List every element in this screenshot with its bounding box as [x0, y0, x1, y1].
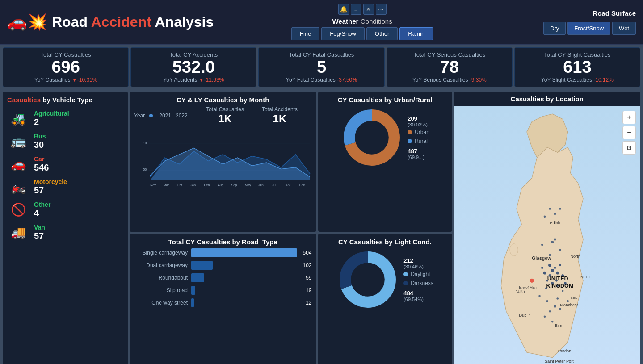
urban-rural-donut-area: 209 (30.03%) Urban Rural — [323, 106, 448, 169]
vehicle-item-bus: 🚌 Bus 30 — [7, 131, 123, 152]
svg-text:BEL: BEL — [570, 295, 577, 299]
svg-text:May: May — [245, 183, 251, 187]
right-panels: CY Casualties by Urban/Rural 209 — [318, 92, 452, 364]
svg-text:Sep: Sep — [231, 183, 237, 187]
weather-btn-other[interactable]: Other — [366, 27, 398, 40]
kpi-casualties-sub: YoY Casualties ▼-10.31% — [9, 77, 122, 83]
bar-value-oneway: 12 — [306, 300, 311, 306]
total-cas-value: 1K — [206, 113, 244, 125]
svg-text:Glasgow: Glasgow — [532, 256, 551, 261]
svg-point-27 — [554, 267, 556, 269]
svg-point-52 — [561, 290, 563, 292]
rural-dot — [408, 139, 412, 143]
app-title: Road Accident Analysis — [52, 14, 214, 30]
other-count: 4 — [34, 208, 50, 218]
rural-legend-label: Rural — [415, 138, 428, 144]
bar-label-slip: Slip road — [134, 287, 188, 293]
svg-point-28 — [556, 271, 559, 274]
svg-text:UNITED: UNITED — [547, 276, 568, 282]
kpi-accidents-sub: YoY Accidents ▼-11.63% — [137, 77, 250, 83]
kpi-slight-title: Total CY Slight Casualties — [521, 51, 634, 58]
bell-icon-btn[interactable]: 🔔 — [338, 4, 349, 15]
svg-text:(U.K.): (U.K.) — [515, 289, 525, 293]
svg-text:NETH: NETH — [580, 275, 590, 279]
svg-text:North: North — [570, 254, 580, 258]
kpi-slight-sub: YoY Slight Casualties -10.12% — [521, 77, 634, 83]
weather-btn-rainin[interactable]: Rainin — [399, 27, 433, 40]
daylight-legend-label: Daylight — [411, 271, 430, 277]
bar-fill-dual — [191, 261, 213, 270]
van-label: Van — [34, 224, 45, 231]
total-acc-value: 1K — [262, 113, 298, 125]
svg-point-31 — [559, 264, 561, 266]
year2-label: 2022 — [176, 113, 188, 119]
svg-point-56 — [549, 208, 551, 210]
light-cond-card: CY Casualties by Light Cond. 212 (30.46%… — [318, 234, 452, 364]
kpi-casualties: Total CY Casualties 696 YoY Casualties ▼… — [3, 47, 129, 87]
light-cond-title: CY Casualties by Light Cond. — [323, 238, 448, 246]
van-count: 57 — [34, 231, 45, 241]
bar-value-slip: 19 — [306, 287, 311, 293]
kpi-row: Total CY Casualties 696 YoY Casualties ▼… — [0, 45, 643, 90]
car-count: 546 — [34, 163, 49, 173]
road-btn-dry[interactable]: Dry — [543, 22, 566, 35]
light-cond-donut-area: 212 (30.46%) Daylight Darkness — [323, 248, 448, 311]
bar-container-single — [191, 248, 297, 257]
vehicle-item-car: 🚗 Car 546 — [7, 154, 123, 175]
header: 🚗💥 Road Accident Analysis 🔔 ≡ ✕ ⋯ — [0, 0, 643, 45]
grid-icon-btn[interactable]: ⋯ — [376, 4, 387, 15]
road-btn-wet[interactable]: Wet — [612, 22, 636, 35]
kpi-fatal: Total CY Fatal Casualties 5 YoY Fatal Ca… — [258, 47, 384, 87]
svg-text:KINGDOM: KINGDOM — [546, 283, 573, 289]
kpi-fatal-title: Total CY Fatal Casualties — [265, 51, 378, 58]
zoom-out-btn[interactable]: − — [622, 126, 636, 139]
vehicle-item-agricultural: 🚜 Agricultural 2 — [7, 108, 123, 129]
eraser-icon-btn[interactable]: ✕ — [363, 4, 374, 15]
weather-buttons: Fine Fog/Snow Other Rainin — [291, 27, 433, 40]
van-icon: 🚚 — [7, 225, 29, 240]
other-icon: 🚫 — [7, 202, 29, 217]
motorcycle-icon: 🏍️ — [7, 180, 29, 194]
urban-annotation: 487 (69.9...) — [408, 148, 429, 160]
urban-rural-card: CY Casualties by Urban/Rural 209 — [318, 92, 452, 232]
road-filter-area: Road Surface Dry Frost/Snow Wet — [511, 9, 636, 35]
kpi-serious-title: Total CY Serious Casualties — [393, 51, 506, 58]
kpi-accidents: Total CY Accidents 532.0 YoY Accidents ▼… — [130, 47, 256, 87]
list-icon-btn[interactable]: ≡ — [351, 4, 361, 15]
bar-fill-single — [191, 248, 297, 257]
light-cond-svg — [336, 248, 399, 311]
bar-container-dual — [191, 261, 297, 270]
map-area: Glasgow Edinb Isle of Man (U.K.) UNITED … — [454, 106, 641, 364]
svg-text:Jun: Jun — [258, 183, 264, 187]
svg-text:Feb: Feb — [204, 183, 210, 187]
weather-section: 🔔 ≡ ✕ ⋯ Weather Conditions Fine Fog/Snow… — [291, 4, 433, 40]
svg-point-25 — [551, 269, 554, 272]
zoom-in-btn[interactable]: + — [622, 111, 636, 124]
svg-point-24 — [509, 243, 517, 256]
uk-map-svg: Glasgow Edinb Isle of Man (U.K.) UNITED … — [454, 106, 641, 364]
svg-point-58 — [559, 208, 561, 210]
road-btn-frostsnow[interactable]: Frost/Snow — [567, 22, 610, 35]
bar-value-single: 504 — [303, 250, 311, 256]
zoom-select-btn[interactable]: ⊡ — [622, 141, 636, 155]
svg-point-23 — [352, 264, 384, 296]
road-type-chart-card: Total CY Casualties by Road_Type Single … — [130, 234, 316, 364]
svg-text:Apr: Apr — [286, 183, 291, 187]
logo-icon: 🚗💥 — [7, 13, 47, 31]
vehicle-item-motorcycle: 🏍️ Motorcycle 57 — [7, 176, 123, 197]
svg-point-40 — [530, 279, 534, 283]
svg-point-32 — [543, 271, 546, 274]
bus-count: 30 — [34, 140, 46, 150]
agricultural-label: Agricultural — [34, 110, 69, 117]
year-label: Year — [134, 113, 145, 119]
svg-point-36 — [548, 264, 551, 267]
svg-point-50 — [559, 308, 561, 310]
svg-point-43 — [559, 249, 561, 251]
road-buttons: Dry Frost/Snow Wet — [543, 22, 636, 35]
svg-text:Aug: Aug — [218, 183, 223, 187]
weather-btn-fogsnow[interactable]: Fog/Snow — [321, 27, 365, 40]
weather-btn-fine[interactable]: Fine — [291, 27, 319, 40]
bar-label-single: Single carriageway — [134, 250, 188, 256]
kpi-accidents-value: 532.0 — [137, 58, 250, 77]
bar-value-roundabout: 59 — [306, 275, 311, 281]
